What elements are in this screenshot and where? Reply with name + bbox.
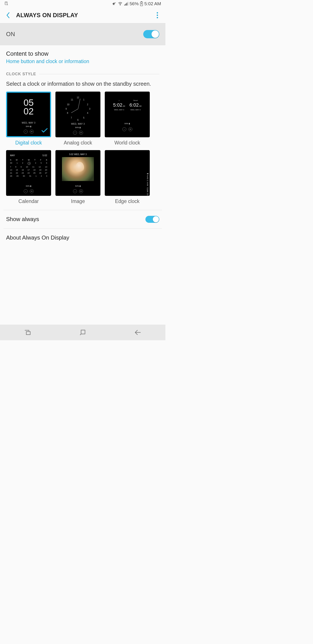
show-always-toggle[interactable] <box>145 216 159 223</box>
clock-thumb-world: ⌂ 5:02AM WED, MAY 3 Seoul 6:02AM WED, MA… <box>105 92 150 137</box>
clock-option-image[interactable]: 5:02 WED, MAY 3 84% ▮ ⌣✉ Image <box>55 150 100 204</box>
clock-option-edge[interactable]: 5:02 WED, MAY 3 84% ▮ Edge clock <box>105 150 150 204</box>
battery-icon <box>140 1 143 6</box>
svg-point-6 <box>157 17 158 18</box>
clock-option-label: Analog clock <box>64 140 92 146</box>
clock-option-calendar[interactable]: MAY5:02 SMTWTFS 30123456 78910111213 141… <box>6 150 51 204</box>
svg-point-5 <box>157 14 158 16</box>
master-toggle-switch[interactable] <box>143 30 159 38</box>
app-bar: ALWAYS ON DISPLAY <box>0 8 165 23</box>
clock-option-digital[interactable]: 0502 WED, MAY 3 84% ▮ ⌣✉ Digital clock <box>6 92 51 146</box>
status-time: 5:02 AM <box>144 1 161 6</box>
svg-rect-3 <box>141 2 142 2</box>
home-button[interactable] <box>78 328 87 337</box>
clock-style-header-label: CLOCK STYLE <box>6 72 36 76</box>
status-bar: 56% 5:02 AM <box>0 0 165 8</box>
clock-thumb-analog: 12 1 2 3 4 5 6 7 8 9 10 11 WED, MAY 3 84… <box>55 92 100 137</box>
signal-icon <box>124 2 128 6</box>
more-menu-button[interactable] <box>154 12 161 18</box>
battery-percent: 56% <box>130 1 139 6</box>
clock-thumb-edge: 5:02 WED, MAY 3 84% ▮ <box>105 150 150 196</box>
clock-option-world[interactable]: ⌂ 5:02AM WED, MAY 3 Seoul 6:02AM WED, MA… <box>105 92 150 146</box>
recents-button[interactable] <box>23 328 32 337</box>
show-always-row[interactable]: Show always <box>0 210 165 228</box>
mute-icon <box>112 2 116 6</box>
svg-point-1 <box>120 5 120 5</box>
content-to-show-row[interactable]: Content to show Home button and clock or… <box>0 45 165 66</box>
master-toggle-row[interactable]: ON <box>0 23 165 45</box>
clock-option-label: Digital clock <box>15 140 42 146</box>
check-icon <box>41 128 48 134</box>
clock-option-analog[interactable]: 12 1 2 3 4 5 6 7 8 9 10 11 WED, MAY 3 84… <box>55 92 100 146</box>
content-title: Content to show <box>6 50 159 57</box>
clock-thumb-calendar: MAY5:02 SMTWTFS 30123456 78910111213 141… <box>6 150 51 196</box>
clock-style-description: Select a clock or information to show on… <box>0 78 165 92</box>
clock-option-label: Edge clock <box>115 198 140 204</box>
clock-option-label: Calendar <box>18 198 39 204</box>
clock-option-label: World clock <box>114 140 140 146</box>
clock-style-header: CLOCK STYLE <box>0 66 165 78</box>
nav-back-button[interactable] <box>133 328 142 337</box>
clock-thumb-image: 5:02 WED, MAY 3 84% ▮ ⌣✉ <box>55 150 100 196</box>
clock-thumb-digital: 0502 WED, MAY 3 84% ▮ ⌣✉ <box>6 92 51 137</box>
master-toggle-label: ON <box>6 31 15 38</box>
wifi-icon <box>118 2 123 6</box>
back-button[interactable] <box>5 12 11 18</box>
svg-point-4 <box>157 12 158 14</box>
about-row[interactable]: About Always On Display <box>0 229 165 247</box>
content-subtitle: Home button and clock or information <box>6 58 159 64</box>
status-left-icon <box>4 1 8 6</box>
show-always-label: Show always <box>6 216 39 222</box>
clock-option-label: Image <box>71 198 85 204</box>
about-label: About Always On Display <box>6 234 69 241</box>
page-title: ALWAYS ON DISPLAY <box>16 12 78 19</box>
clock-style-grid: 0502 WED, MAY 3 84% ▮ ⌣✉ Digital clock 1… <box>0 92 165 210</box>
navigation-bar <box>0 324 165 340</box>
